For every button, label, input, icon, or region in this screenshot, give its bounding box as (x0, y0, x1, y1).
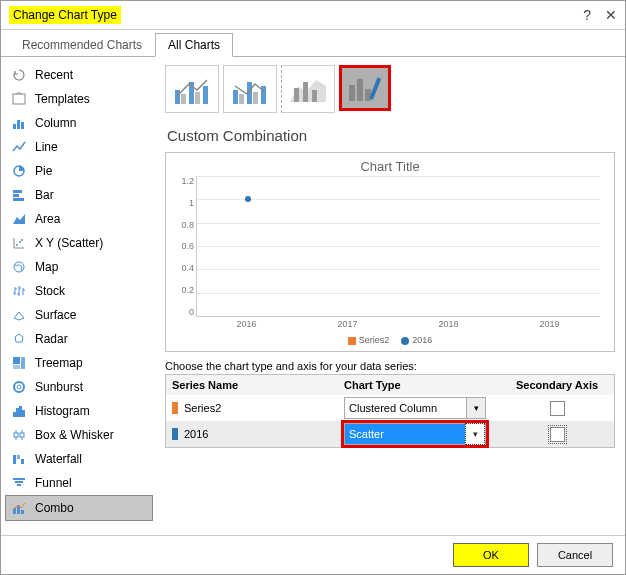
legend: Series2 2016 (174, 335, 606, 345)
svg-rect-28 (17, 484, 21, 486)
templates-icon (11, 91, 27, 107)
svg-point-16 (17, 385, 21, 389)
svg-rect-26 (13, 478, 25, 480)
scatter-icon (11, 235, 27, 251)
sidebar-item-sunburst[interactable]: Sunburst (1, 375, 157, 399)
subtype-clustered-column-line[interactable] (165, 65, 219, 113)
window-title: Change Chart Type (9, 6, 121, 24)
series-name: 2016 (184, 428, 208, 440)
sidebar-item-pie[interactable]: Pie (1, 159, 157, 183)
sidebar-item-label: Area (35, 212, 60, 226)
recent-icon (11, 67, 27, 83)
radar-icon (11, 331, 27, 347)
header-secondary-axis: Secondary Axis (500, 375, 614, 395)
sidebar-item-histogram[interactable]: Histogram (1, 399, 157, 423)
svg-rect-38 (239, 94, 244, 104)
secondary-axis-checkbox[interactable] (550, 427, 565, 442)
svg-point-8 (16, 244, 18, 246)
sidebar-item-label: Waterfall (35, 452, 82, 466)
sidebar-item-area[interactable]: Area (1, 207, 157, 231)
sidebar-item-stock[interactable]: Stock (1, 279, 157, 303)
svg-rect-20 (22, 410, 25, 417)
help-icon[interactable]: ? (583, 7, 591, 23)
header-chart-type: Chart Type (338, 375, 500, 395)
subtype-custom-combination[interactable] (339, 65, 391, 111)
sidebar-item-templates[interactable]: Templates (1, 87, 157, 111)
secondary-axis-checkbox[interactable] (550, 401, 565, 416)
sidebar-item-waterfall[interactable]: Waterfall (1, 447, 157, 471)
ok-button[interactable]: OK (453, 543, 529, 567)
chart-type-select[interactable]: Clustered Column▾ (344, 397, 486, 419)
main-panel: Custom Combination Chart Title 1.210.80.… (157, 57, 625, 538)
svg-rect-40 (253, 92, 258, 104)
svg-rect-33 (181, 94, 186, 104)
svg-rect-25 (21, 459, 24, 464)
sidebar-item-surface[interactable]: Surface (1, 303, 157, 327)
svg-rect-2 (17, 120, 20, 129)
sidebar-item-line[interactable]: Line (1, 135, 157, 159)
sidebar-item-boxwhisker[interactable]: Box & Whisker (1, 423, 157, 447)
svg-rect-0 (13, 94, 25, 104)
subtype-clustered-column-line-secondary[interactable] (223, 65, 277, 113)
plot-area (196, 176, 600, 317)
tabs: Recommended Charts All Charts (1, 30, 625, 57)
sidebar-item-label: Pie (35, 164, 52, 178)
series-row: Series2 Clustered Column▾ (166, 395, 614, 421)
svg-rect-37 (233, 90, 238, 104)
cancel-button[interactable]: Cancel (537, 543, 613, 567)
chart-type-select[interactable]: Scatter▾ (344, 423, 486, 445)
sunburst-icon (11, 379, 27, 395)
series-table: Series Name Chart Type Secondary Axis Se… (165, 374, 615, 448)
stock-icon (11, 283, 27, 299)
sidebar-item-label: Sunburst (35, 380, 83, 394)
sidebar-item-column[interactable]: Column (1, 111, 157, 135)
chart-preview[interactable]: Chart Title 1.210.80.60.40.20 2016201720… (165, 152, 615, 352)
svg-rect-14 (13, 365, 20, 369)
sidebar-item-bar[interactable]: Bar (1, 183, 157, 207)
sidebar-item-funnel[interactable]: Funnel (1, 471, 157, 495)
sidebar-item-radar[interactable]: Radar (1, 327, 157, 351)
sidebar-item-label: Bar (35, 188, 54, 202)
svg-rect-19 (19, 406, 22, 417)
svg-point-11 (14, 262, 24, 272)
svg-rect-1 (13, 124, 16, 129)
map-icon (11, 259, 27, 275)
line-icon (11, 139, 27, 155)
svg-rect-35 (195, 92, 200, 104)
sidebar-item-label: Surface (35, 308, 76, 322)
chevron-down-icon: ▾ (466, 398, 485, 418)
bar-icon (11, 187, 27, 203)
sidebar-item-combo[interactable]: Combo (5, 495, 153, 521)
waterfall-icon (11, 451, 27, 467)
svg-rect-31 (21, 510, 24, 514)
sidebar-item-map[interactable]: Map (1, 255, 157, 279)
sidebar-item-recent[interactable]: Recent (1, 63, 157, 87)
close-icon[interactable]: ✕ (605, 7, 617, 23)
svg-point-10 (21, 239, 23, 241)
column-icon (11, 115, 27, 131)
sidebar-item-scatter[interactable]: X Y (Scatter) (1, 231, 157, 255)
series-table-caption: Choose the chart type and axis for your … (165, 360, 615, 372)
treemap-icon (11, 355, 27, 371)
svg-rect-32 (175, 90, 180, 104)
svg-rect-22 (20, 433, 24, 437)
subtype-row (165, 65, 615, 113)
titlebar: Change Chart Type ? ✕ (1, 1, 625, 30)
y-axis: 1.210.80.60.40.20 (174, 176, 194, 317)
svg-rect-21 (14, 433, 18, 437)
header-series-name: Series Name (166, 375, 338, 395)
svg-point-9 (19, 241, 21, 243)
subtype-stacked-area-column[interactable] (281, 65, 335, 113)
tab-all-charts[interactable]: All Charts (155, 33, 233, 57)
sidebar-item-label: Map (35, 260, 58, 274)
svg-rect-47 (365, 89, 371, 101)
series-name: Series2 (184, 402, 221, 414)
x-axis: 2016201720182019 (196, 319, 600, 333)
sidebar-item-label: Line (35, 140, 58, 154)
sidebar-item-label: Box & Whisker (35, 428, 114, 442)
svg-rect-12 (13, 357, 20, 364)
chart-title: Chart Title (174, 159, 606, 174)
tab-recommended[interactable]: Recommended Charts (9, 33, 155, 57)
sidebar-item-label: X Y (Scatter) (35, 236, 103, 250)
sidebar-item-treemap[interactable]: Treemap (1, 351, 157, 375)
